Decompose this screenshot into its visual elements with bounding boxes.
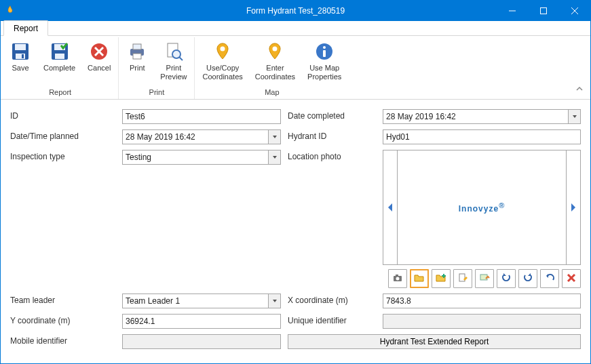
chevron-down-icon[interactable] — [568, 110, 580, 123]
svg-rect-30 — [459, 274, 465, 281]
photo-undo-button[interactable] — [540, 269, 559, 288]
location-photo-panel: Innovyze® — [383, 150, 581, 288]
photo-toolbar — [383, 269, 581, 288]
svg-rect-31 — [480, 275, 487, 280]
inspection-type-field[interactable] — [122, 150, 281, 165]
id-field[interactable] — [122, 109, 281, 124]
save-icon — [9, 41, 31, 62]
label-location-photo: Location photo — [288, 150, 376, 202]
svg-rect-15 — [133, 44, 141, 49]
photo-rotate-ccw-button[interactable] — [497, 269, 516, 288]
photo-edit-button[interactable] — [453, 269, 472, 288]
label-date-time-planned: Date/Time planned — [10, 129, 115, 144]
use-map-properties-button[interactable]: Use Map Properties — [303, 37, 346, 82]
label-date-completed: Date completed — [288, 109, 376, 124]
ribbon: Save Complete Cancel Report — [1, 36, 590, 100]
label-mobile-identifier: Mobile identifier — [10, 334, 115, 349]
map-pin-icon — [264, 41, 286, 62]
delete-icon — [567, 273, 576, 285]
save-button[interactable]: Save — [5, 37, 36, 73]
photo-export-button[interactable] — [475, 269, 494, 288]
ribbon-tabstrip: Report — [1, 21, 590, 36]
label-unique-identifier: Unique identifier — [288, 314, 376, 329]
photo-rotate-cw-button[interactable] — [518, 269, 537, 288]
y-coord-field[interactable] — [122, 314, 281, 329]
svg-point-23 — [323, 46, 326, 49]
x-coord-field[interactable] — [383, 294, 581, 308]
label-inspection-type: Inspection type — [10, 150, 115, 202]
enter-coordinates-button[interactable]: Enter Coordinates — [250, 37, 300, 82]
photo-add-button[interactable] — [432, 269, 451, 288]
photo-frame: Innovyze® — [383, 150, 581, 265]
svg-rect-1 — [541, 8, 547, 14]
extended-report-button[interactable]: Hydrant Test Extended Report — [288, 334, 581, 349]
label-x-coord: X coordinate (m) — [288, 294, 376, 308]
svg-point-26 — [396, 277, 400, 280]
svg-point-20 — [221, 47, 225, 52]
app-window: Form Hydrant Test_280519 Report — [0, 0, 591, 364]
complete-button[interactable]: Complete — [39, 37, 80, 73]
window-title: Form Hydrant Test_280519 — [246, 6, 345, 16]
form-content: ID Date completed Date/Time planned Hydr… — [1, 100, 590, 363]
photo-open-button[interactable] — [410, 269, 429, 288]
photo-image: Innovyze® — [398, 150, 566, 265]
hydrant-id-field[interactable] — [383, 129, 581, 144]
svg-line-19 — [179, 57, 183, 60]
close-button[interactable] — [559, 1, 590, 21]
camera-icon — [392, 272, 403, 285]
edit-icon — [457, 272, 468, 285]
label-team-leader: Team leader — [10, 294, 115, 308]
mobile-identifier-field — [122, 334, 281, 349]
app-flame-icon — [5, 5, 15, 17]
photo-next-button[interactable] — [566, 150, 581, 265]
svg-rect-16 — [133, 54, 141, 59]
svg-point-21 — [273, 47, 278, 52]
svg-rect-7 — [22, 54, 24, 58]
complete-icon — [49, 41, 71, 62]
date-completed-field[interactable] — [383, 109, 581, 124]
unique-identifier-field — [383, 314, 581, 329]
maximize-button[interactable] — [528, 1, 559, 21]
photo-prev-button[interactable] — [383, 150, 398, 265]
rotate-ccw-icon — [501, 272, 512, 285]
folder-open-icon — [414, 272, 425, 285]
photo-brand-text: Innovyze® — [459, 201, 505, 214]
print-button[interactable]: Print — [121, 37, 153, 73]
svg-rect-10 — [55, 54, 64, 59]
folder-add-icon — [436, 272, 446, 285]
window-controls — [497, 1, 590, 21]
ribbon-group-report: Save Complete Cancel Report — [2, 37, 119, 99]
team-leader-field[interactable] — [122, 294, 281, 308]
label-id: ID — [10, 109, 115, 124]
info-icon — [313, 41, 335, 62]
ribbon-group-map: Use/Copy Coordinates Enter Coordinates U… — [195, 37, 349, 99]
photo-delete-button[interactable] — [562, 269, 581, 288]
rotate-cw-icon — [522, 272, 533, 285]
cancel-button[interactable]: Cancel — [83, 37, 115, 73]
ribbon-group-print: Print Print Preview Print — [119, 37, 195, 99]
print-preview-button[interactable]: Print Preview — [155, 37, 191, 82]
svg-rect-5 — [15, 44, 26, 50]
ribbon-collapse-button[interactable] — [575, 85, 584, 95]
date-time-planned-field[interactable] — [122, 129, 281, 144]
map-pin-icon — [212, 41, 233, 62]
use-copy-coordinates-button[interactable]: Use/Copy Coordinates — [197, 37, 247, 82]
cancel-icon — [88, 41, 110, 62]
chevron-down-icon[interactable] — [268, 150, 280, 164]
undo-icon — [544, 272, 555, 285]
label-y-coord: Y coordinate (m) — [10, 314, 115, 329]
minimize-button[interactable] — [497, 1, 528, 21]
print-preview-icon — [163, 41, 185, 62]
print-icon — [126, 41, 148, 62]
image-export-icon — [479, 272, 490, 285]
svg-rect-24 — [323, 50, 326, 57]
label-hydrant-id: Hydrant ID — [288, 129, 376, 144]
svg-rect-27 — [396, 275, 398, 277]
tab-report[interactable]: Report — [3, 20, 48, 36]
chevron-down-icon[interactable] — [268, 294, 280, 308]
photo-camera-button[interactable] — [388, 269, 407, 288]
chevron-down-icon[interactable] — [268, 130, 280, 144]
titlebar: Form Hydrant Test_280519 — [1, 1, 590, 21]
